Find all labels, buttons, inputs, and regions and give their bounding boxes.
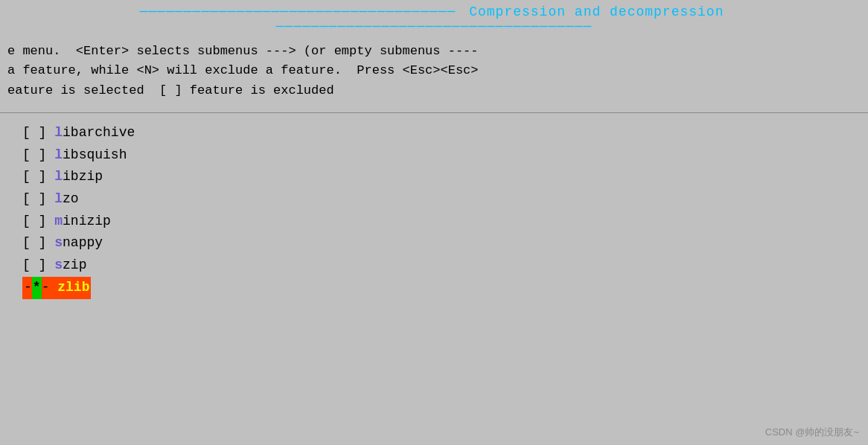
list-item-zlib[interactable]: -*- zlib: [22, 277, 846, 299]
info-line-1: e menu. <Enter> selects submenus ---> (o…: [7, 42, 861, 61]
title-bar: ──────────────────────────────────── Com…: [0, 0, 868, 37]
list-item[interactable]: [ ] libarchive: [22, 122, 846, 144]
list-item[interactable]: [ ] snappy: [22, 232, 846, 254]
list-item[interactable]: [ ] libsquish: [22, 144, 846, 167]
title-dashes-left: ────────────────────────────────────: [140, 4, 456, 19]
info-line-2: a feature, while <N> will exclude a feat…: [7, 61, 861, 80]
list-item[interactable]: [ ] minizip: [22, 211, 846, 233]
list-item[interactable]: [ ] libzip: [22, 166, 846, 188]
title-text: Compression and decompression: [469, 4, 724, 19]
info-section: e menu. <Enter> selects submenus ---> (o…: [0, 37, 868, 103]
selected-marker: *: [32, 277, 42, 299]
items-section: [ ] libarchive [ ] libsquish [ ] libzip …: [0, 119, 868, 302]
info-line-3: eature is selected [ ] feature is exclud…: [7, 81, 861, 100]
divider: [0, 112, 868, 113]
list-item[interactable]: [ ] szip: [22, 254, 846, 277]
list-item[interactable]: [ ] lzo: [22, 188, 846, 211]
terminal: ──────────────────────────────────── Com…: [0, 0, 868, 445]
title-dashes-right: ────────────────────────────────────: [276, 19, 593, 34]
watermark: CSDN @帅的没朋友~: [765, 426, 859, 439]
